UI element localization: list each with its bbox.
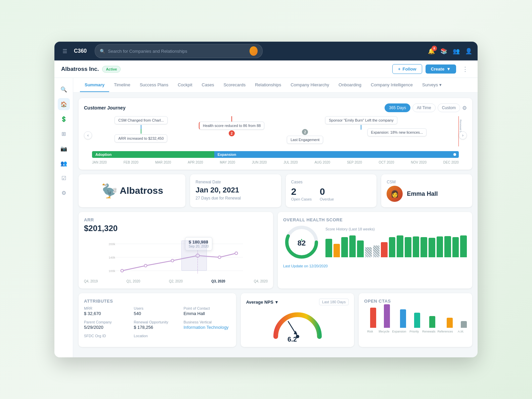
team-icon[interactable]: 👥 (453, 48, 460, 55)
cta-bar-group: Priority (408, 313, 420, 333)
svg-text:▲: ▲ (293, 329, 299, 336)
sidebar-item-dollar[interactable]: 💲 (58, 113, 70, 125)
app-title: C360 (74, 48, 87, 54)
cta-bar-group: A.M. (455, 321, 467, 333)
company-logo-card: 🦤 Albatross (79, 174, 185, 207)
period-365-button[interactable]: 365 Days (385, 103, 410, 112)
attributes-card: Attributes MRR $ 32,670 Users 540 (79, 293, 236, 347)
nps-card: Average NPS ▾ Last 180 Days (241, 293, 354, 347)
cta-bars: RisklifecycleExpansionPriorityRenewalsRe… (364, 306, 467, 333)
sidebar-item-search[interactable]: 🔍 (58, 83, 70, 95)
event-csm-changed: CSM Changed from Charl... (115, 116, 168, 124)
svg-text:200k: 200k (109, 242, 116, 246)
period-alltime-button[interactable]: All Time (412, 103, 436, 112)
sidebar-item-settings[interactable]: ⚙ (58, 187, 70, 199)
tab-company-hierarchy[interactable]: Company Hierarchy (286, 78, 334, 92)
sidebar-item-grid[interactable]: ⊞ (58, 128, 70, 140)
svg-point-8 (171, 259, 174, 262)
status-badge: Active (102, 66, 121, 73)
user-avatar[interactable] (250, 46, 258, 56)
tab-company-intelligence[interactable]: Company Intelligence (366, 78, 417, 92)
company-logo-text: Albatross (120, 185, 163, 196)
sidebar-item-people[interactable]: 👥 (58, 157, 70, 169)
sidebar-item-camera[interactable]: 📷 (58, 142, 70, 154)
tab-summary[interactable]: Summary (80, 78, 109, 92)
hamburger-menu[interactable]: ☰ (60, 45, 70, 57)
score-history: Score History (Last 18 weeks) (325, 227, 467, 257)
csm-avatar: 👩 (387, 186, 403, 202)
tab-relationships[interactable]: Relationships (250, 78, 286, 92)
company-name: Albatross Inc. (61, 66, 99, 73)
sidebar-item-home[interactable]: 🏠 (58, 98, 70, 110)
svg-point-7 (144, 264, 147, 267)
event-sponsor-left: Sponsor "Emily Burn" Left the company (325, 116, 397, 124)
tab-scorecards[interactable]: Scorecards (219, 78, 250, 92)
phase-adoption-label: Adoption (95, 152, 112, 157)
svg-point-6 (121, 269, 124, 272)
cases-card: Cases 2 Open Cases 0 Overdue (286, 174, 377, 207)
customer-journey-card: Customer Journey 365 Days All Time Custo… (79, 98, 472, 170)
tab-timeline[interactable]: Timeline (109, 78, 135, 92)
cta-bar-group: Renewals (422, 316, 436, 333)
health-gauge: ▲ 82 (283, 224, 320, 261)
svg-point-11 (235, 252, 238, 255)
cta-bar-group: References (437, 318, 453, 333)
health-update: Last Update on 12/20/2020 (283, 264, 467, 268)
nps-period[interactable]: Last 180 Days (319, 299, 349, 305)
tab-cases[interactable]: Cases (197, 78, 219, 92)
tab-success-plans[interactable]: Success Plans (135, 78, 173, 92)
renewal-card: Renewal Date Jan 20, 2021 27 Days due fo… (190, 174, 281, 207)
svg-point-10 (218, 256, 221, 259)
journey-title: Customer Journey (84, 105, 126, 110)
phase-expansion-label: Expansion (218, 152, 236, 157)
csm-card: CSM 👩 Emma Hall (381, 174, 472, 207)
svg-text:100k: 100k (109, 269, 116, 273)
arr-chart-svg: 200k 140k 100k (84, 237, 268, 277)
notification-count: 8 (432, 46, 437, 51)
cta-bar-group: Risk (364, 308, 376, 333)
open-ctas-card: Open CTAs RisklifecycleExpansionPriority… (359, 293, 472, 347)
search-icon: 🔍 (100, 49, 105, 54)
sidebar: 🔍 🏠 💲 ⊞ 📷 👥 ☑ ⚙ (54, 78, 73, 357)
timeline-next-button[interactable]: › (459, 131, 467, 139)
tab-cockpit[interactable]: Cockpit (173, 78, 197, 92)
svg-text:6.2: 6.2 (287, 336, 297, 342)
event-expansion: Expansion: 18% new licences... (367, 128, 427, 136)
svg-text:82: 82 (298, 239, 306, 247)
cta-bar-group: Expansion (392, 309, 406, 333)
attributes-grid: MRR $ 32,670 Users 540 Point of Contact … (84, 306, 231, 339)
notifications-icon[interactable]: 🔔 8 (428, 48, 435, 55)
books-icon[interactable]: 📚 (440, 48, 447, 55)
journey-settings-icon[interactable]: ⚙ (462, 105, 467, 111)
arr-card: ARR $201,320 $ 180,988 Sep 20, 2020 (79, 212, 273, 289)
svg-text:140k: 140k (109, 256, 116, 259)
user-icon[interactable]: 👤 (465, 48, 472, 55)
period-custom-button[interactable]: Custom (438, 103, 460, 112)
search-bar[interactable]: 🔍 (95, 44, 263, 58)
event-last-engagement: Last Engagement (287, 136, 323, 144)
tabs-bar: Summary Timeline Success Plans Cockpit C… (73, 78, 478, 93)
search-input[interactable] (108, 49, 247, 54)
health-score-card: Overall Health Score ▲ 82 (278, 212, 472, 289)
sidebar-item-tasks[interactable]: ☑ (58, 172, 70, 184)
event-arr-increased: ARR increased to $232,450 (115, 134, 167, 142)
create-button[interactable]: Create ▼ (426, 64, 456, 74)
more-options-button[interactable]: ⋮ (459, 64, 471, 74)
cta-bar-group: lifecycle (378, 304, 390, 333)
nps-gauge: ▲ 6.2 (246, 308, 349, 342)
tab-onboarding[interactable]: Onboarding (334, 78, 366, 92)
event-health-score: Health score reduced to 86 from 88 (199, 122, 264, 130)
tab-surveys[interactable]: Surveys ▾ (417, 78, 446, 92)
follow-button[interactable]: + Follow (392, 64, 422, 74)
